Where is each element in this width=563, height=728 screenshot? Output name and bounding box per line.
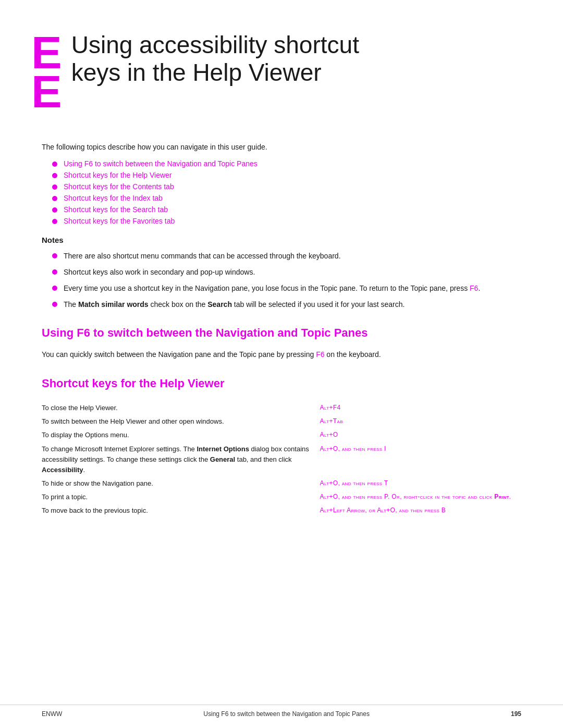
toc-link-6[interactable]: Shortcut keys for the Favorites tab [64,217,175,225]
bullet-icon [52,286,57,291]
list-item[interactable]: Shortcut keys for the Index tab [52,194,521,202]
intro-paragraph: The following topics describe how you ca… [42,143,521,151]
bullet-icon [52,207,57,213]
shortcut-row-7: To move back to the previous topic. Alt+… [42,504,521,517]
bullet-icon [52,269,57,275]
note-item-4: The Match similar words check box on the… [52,299,521,310]
shortcut-row-6: To print a topic. Alt+O, and then press … [42,490,521,504]
shortcut-action-6: To print a topic. [42,490,320,504]
notes-title: Notes [42,236,521,244]
toc-link-2[interactable]: Shortcut keys for the Help Viewer [64,171,172,179]
bullet-icon [52,184,57,190]
shortcut-action-3: To display the Options menu. [42,428,320,442]
shortcut-action-1: To close the Help Viewer. [42,401,320,415]
bullet-icon [52,219,57,224]
shortcut-row-2: To switch between the Help Viewer and ot… [42,415,521,428]
bullet-icon [52,302,57,307]
chapter-title-line1: Using accessibility shortcut [71,31,359,58]
shortcut-action-7: To move back to the previous topic. [42,504,320,517]
note-text-1: There are also shortcut menu commands th… [64,251,521,262]
shortcut-key-7: Alt+Left Arrow, or Alt+O, and then press… [320,504,521,517]
page-footer: ENWW Using F6 to switch between the Navi… [0,705,563,718]
shortcut-action-2: To switch between the Help Viewer and ot… [42,415,320,428]
list-item[interactable]: Using F6 to switch between the Navigatio… [52,159,521,168]
notes-list: There are also shortcut menu commands th… [52,251,521,310]
note-item-1: There are also shortcut menu commands th… [52,251,521,262]
note-item-2: Shortcut keys also work in secondary and… [52,267,521,278]
main-content: The following topics describe how you ca… [0,143,563,539]
toc-link-4[interactable]: Shortcut keys for the Index tab [64,194,163,202]
notes-section: Notes There are also shortcut menu comma… [42,236,521,310]
shortcut-action-4: To change Microsoft Internet Explorer se… [42,442,320,477]
section2-heading: Shortcut keys for the Help Viewer [42,376,521,391]
shortcut-key-1: Alt+F4 [320,401,521,415]
footer-enww: ENWW [42,710,62,718]
shortcut-table: To close the Help Viewer. Alt+F4 To swit… [42,401,521,517]
footer-page-number: 195 [511,710,521,718]
footer-center-text: Using F6 to switch between the Navigatio… [72,710,500,718]
chapter-title-line2: keys in the Help Viewer [71,59,322,86]
chapter-letter-bottom: E [31,72,62,112]
bullet-icon [52,253,57,258]
chapter-title: Using accessibility shortcut keys in the… [71,31,359,87]
list-item[interactable]: Shortcut keys for the Help Viewer [52,171,521,179]
note-text-4: The Match similar words check box on the… [64,299,521,310]
toc-list: Using F6 to switch between the Navigatio… [52,159,521,225]
note-item-3: Every time you use a shortcut key in the… [52,283,521,294]
note-text-2: Shortcut keys also work in secondary and… [64,267,521,278]
chapter-header: E E Using accessibility shortcut keys in… [0,0,563,132]
section1-body: You can quickly switch between the Navig… [42,349,521,360]
shortcut-key-2: Alt+Tab [320,415,521,428]
list-item[interactable]: Shortcut keys for the Contents tab [52,182,521,191]
shortcut-key-6: Alt+O, and then press P. Or, right-click… [320,490,521,504]
bullet-icon [52,196,57,201]
section1-heading: Using F6 to switch between the Navigatio… [42,326,521,341]
shortcut-key-5: Alt+O, and then press T [320,477,521,490]
shortcut-key-4: Alt+O, and then press I [320,442,521,477]
toc-link-5[interactable]: Shortcut keys for the Search tab [64,205,168,214]
bullet-icon [52,173,57,178]
shortcut-row-1: To close the Help Viewer. Alt+F4 [42,401,521,415]
list-item[interactable]: Shortcut keys for the Favorites tab [52,217,521,225]
page: E E Using accessibility shortcut keys in… [0,0,563,728]
list-item[interactable]: Shortcut keys for the Search tab [52,205,521,214]
toc-link-1[interactable]: Using F6 to switch between the Navigatio… [64,159,258,168]
shortcut-table-section: To close the Help Viewer. Alt+F4 To swit… [42,401,521,517]
note-text-3: Every time you use a shortcut key in the… [64,283,521,294]
shortcut-action-5: To hide or show the Navigation pane. [42,477,320,490]
shortcut-row-3: To display the Options menu. Alt+O [42,428,521,442]
shortcut-row-5: To hide or show the Navigation pane. Alt… [42,477,521,490]
chapter-letter-block: E E [31,33,62,112]
shortcut-key-3: Alt+O [320,428,521,442]
shortcut-row-4: To change Microsoft Internet Explorer se… [42,442,521,477]
bullet-icon [52,162,57,167]
toc-link-3[interactable]: Shortcut keys for the Contents tab [64,182,174,191]
